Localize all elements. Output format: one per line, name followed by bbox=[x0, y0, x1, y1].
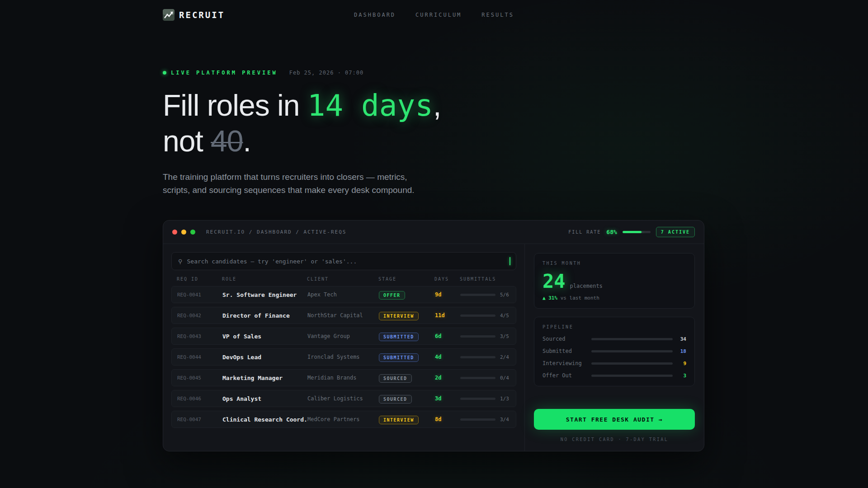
top-navigation: RECRUIT DASHBOARDCURRICULUMRESULTS bbox=[163, 0, 705, 21]
cell-submittals: 0/4 bbox=[460, 375, 510, 381]
nav-item-curriculum[interactable]: CURRICULUM bbox=[415, 12, 462, 18]
pipeline-stage-value: 3 bbox=[673, 373, 686, 379]
live-badge-label: LIVE PLATFORM PREVIEW bbox=[171, 70, 278, 76]
fill-rate-value: 68% bbox=[606, 229, 617, 235]
submittals-progressbar bbox=[460, 294, 495, 296]
search-input[interactable] bbox=[187, 258, 509, 265]
table-row[interactable]: REQ-0044 DevOps Lead Ironclad Systems SU… bbox=[171, 348, 516, 366]
table-row[interactable]: REQ-0047 Clinical Research Coord. MedCor… bbox=[171, 411, 516, 428]
minimize-window-icon[interactable] bbox=[181, 230, 186, 235]
pipeline-stage-bar bbox=[591, 362, 673, 365]
submittals-progressbar bbox=[460, 398, 495, 400]
cell-req-id: REQ-0042 bbox=[177, 313, 222, 319]
submittals-count: 2/4 bbox=[500, 354, 509, 360]
cell-submittals: 3/4 bbox=[460, 417, 510, 422]
maximize-window-icon[interactable] bbox=[190, 230, 195, 235]
cell-req-id: REQ-0043 bbox=[177, 333, 222, 339]
nav-item-dashboard[interactable]: DASHBOARD bbox=[354, 12, 396, 18]
column-header-stage: STAGE bbox=[378, 277, 434, 282]
cell-req-id: REQ-0041 bbox=[177, 292, 222, 298]
pipeline-stage-bar bbox=[591, 338, 673, 340]
stage-badge: INTERVIEW bbox=[379, 312, 419, 320]
pipeline-stage-name: Submitted bbox=[542, 348, 591, 354]
submittals-count: 3/4 bbox=[500, 417, 509, 422]
pipeline-stage-value: 18 bbox=[673, 348, 686, 354]
cell-req-id: REQ-0047 bbox=[177, 417, 222, 422]
cell-days: 2d bbox=[435, 375, 460, 381]
pipeline-stage-name: Interviewing bbox=[542, 360, 591, 366]
cell-submittals: 4/5 bbox=[460, 313, 510, 319]
table-header-row: REQ ID ROLE CLIENT STAGE DAYS SUBMITTALS bbox=[171, 270, 516, 286]
submittals-count: 0/4 bbox=[500, 375, 509, 381]
column-header-submittals: SUBMITTALS bbox=[460, 277, 511, 282]
cell-role: Clinical Research Coord. bbox=[222, 416, 307, 423]
table-row[interactable]: REQ-0041 Sr. Software Engineer Apex Tech… bbox=[171, 286, 516, 303]
cell-submittals: 1/3 bbox=[460, 396, 510, 402]
cell-role: DevOps Lead bbox=[222, 354, 307, 361]
stats-sidebar: THIS MONTH 24 placements ▲ 31% vs last m… bbox=[524, 244, 704, 451]
table-row[interactable]: REQ-0042 Director of Finance NorthStar C… bbox=[171, 307, 516, 324]
submittals-progressbar bbox=[460, 377, 495, 379]
cell-req-id: REQ-0045 bbox=[177, 375, 222, 381]
submittals-count: 1/3 bbox=[500, 396, 509, 402]
pipeline-stage-row: Submitted 18 bbox=[542, 348, 686, 354]
cell-client: Ironclad Systems bbox=[307, 354, 379, 360]
window-header: RECRUIT.IO / DASHBOARD / ACTIVE-REQS FIL… bbox=[163, 221, 704, 244]
active-reqs-badge[interactable]: 7 ACTIVE bbox=[656, 227, 695, 237]
cell-client: NorthStar Capital bbox=[307, 312, 379, 319]
delta-row: ▲ 31% vs last month bbox=[542, 295, 686, 301]
cell-client: Apex Tech bbox=[307, 291, 379, 298]
cell-client: MedCore Partners bbox=[307, 416, 379, 422]
submittals-progressbar bbox=[460, 335, 495, 338]
cell-submittals: 2/4 bbox=[460, 354, 510, 360]
stage-badge: INTERVIEW bbox=[379, 416, 419, 424]
this-month-label: THIS MONTH bbox=[542, 261, 686, 266]
cell-role: VP of Sales bbox=[222, 333, 307, 340]
pipeline-stage-value: 34 bbox=[673, 336, 686, 342]
stage-badge: SUBMITTED bbox=[379, 353, 419, 362]
hero-subtext: The training platform that turns recruit… bbox=[163, 171, 429, 197]
table-row[interactable]: REQ-0046 Ops Analyst Caliber Logistics S… bbox=[171, 390, 516, 407]
table-row[interactable]: REQ-0045 Marketing Manager Meridian Bran… bbox=[171, 369, 516, 386]
placements-value: 24 bbox=[542, 270, 566, 292]
stage-badge: SOURCED bbox=[379, 374, 412, 383]
hero-section: LIVE PLATFORM PREVIEW Feb 25, 2026 · 07:… bbox=[163, 70, 705, 197]
cell-days: 11d bbox=[435, 312, 460, 319]
column-header-client: CLIENT bbox=[307, 277, 378, 282]
column-header-req-id: REQ ID bbox=[177, 277, 222, 282]
chart-up-icon bbox=[163, 9, 175, 21]
heading-strikethrough: 40 bbox=[211, 124, 243, 158]
heading-highlight: 14 days bbox=[307, 88, 433, 123]
cell-days: 3d bbox=[435, 395, 460, 402]
start-free-desk-audit-button[interactable]: START FREE DESK AUDIT → bbox=[534, 409, 695, 430]
candidate-search[interactable]: ⚲ bbox=[171, 252, 516, 270]
cell-req-id: REQ-0044 bbox=[177, 354, 222, 360]
cell-days: 8d bbox=[435, 416, 460, 422]
close-window-icon[interactable] bbox=[172, 230, 177, 235]
pipeline-stage-row: Offer Out 3 bbox=[542, 372, 686, 379]
cell-role: Director of Finance bbox=[222, 312, 307, 319]
fill-rate-progressbar bbox=[623, 231, 651, 233]
cell-submittals: 3/5 bbox=[460, 333, 510, 339]
cell-role: Marketing Manager bbox=[222, 375, 307, 381]
submittals-progressbar bbox=[460, 314, 495, 317]
live-preview-badge: LIVE PLATFORM PREVIEW bbox=[163, 70, 278, 76]
cell-role: Ops Analyst bbox=[222, 395, 307, 402]
table-row[interactable]: REQ-0043 VP of Sales Vantage Group SUBMI… bbox=[171, 328, 516, 345]
cell-days: 9d bbox=[435, 291, 460, 298]
pipeline-stage-bar bbox=[591, 375, 673, 377]
pipeline-stage-name: Sourced bbox=[542, 336, 591, 342]
pipeline-stage-bar bbox=[591, 350, 673, 352]
pipeline-stage-value: 9 bbox=[673, 361, 686, 366]
nav-item-results[interactable]: RESULTS bbox=[481, 12, 514, 18]
submittals-count: 5/6 bbox=[500, 292, 509, 298]
column-header-role: ROLE bbox=[222, 277, 307, 282]
brand-logo[interactable]: RECRUIT bbox=[163, 9, 225, 21]
delta-value: 31% bbox=[548, 295, 557, 301]
cursor-caret bbox=[509, 257, 510, 265]
hero-timestamp: Feb 25, 2026 · 07:00 bbox=[289, 70, 364, 76]
this-month-panel: THIS MONTH 24 placements ▲ 31% vs last m… bbox=[534, 253, 695, 309]
requisitions-panel: ⚲ REQ ID ROLE CLIENT STAGE DAYS SUBMITTA… bbox=[163, 244, 524, 451]
placements-unit: placements bbox=[570, 283, 603, 289]
pipeline-panel: PIPELINE Sourced 34 Submitted 18 Intervi… bbox=[534, 317, 695, 386]
